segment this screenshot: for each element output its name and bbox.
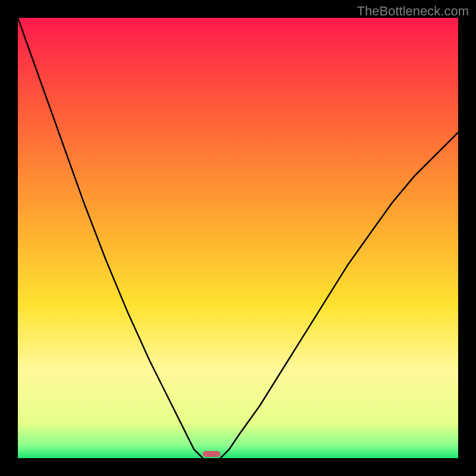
chart-svg: [18, 18, 458, 458]
chart-frame: TheBottleneck.com: [0, 0, 476, 476]
bottleneck-marker: [203, 451, 221, 457]
plot-area: [18, 18, 458, 458]
gradient-background: [18, 18, 458, 458]
marker-pill: [203, 451, 221, 457]
watermark-text: TheBottleneck.com: [357, 4, 469, 19]
